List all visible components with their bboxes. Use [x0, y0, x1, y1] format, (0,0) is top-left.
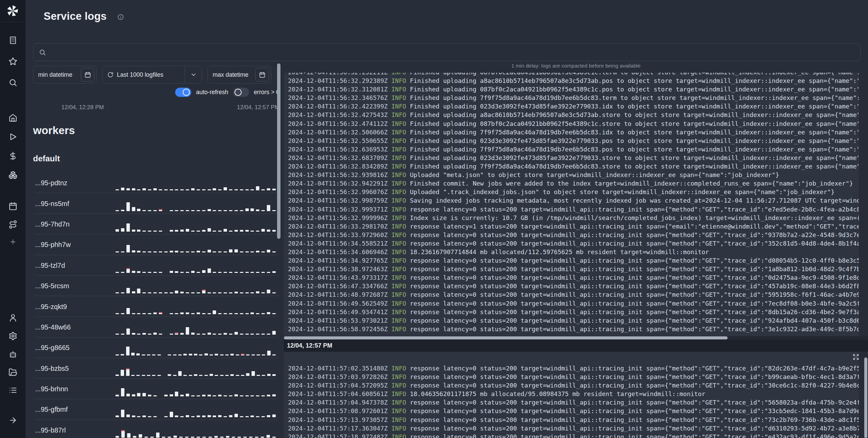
log-message: response latency=0 status=200 target=win… [410, 265, 868, 273]
home-icon[interactable] [9, 113, 17, 122]
sparkline-bar [224, 187, 227, 190]
sparkline-bar [183, 354, 187, 355]
worker-row[interactable]: ...95-phh7w [33, 234, 279, 255]
calendar-icon[interactable] [81, 68, 94, 82]
log-timestamp: 2024-12-04T11:56:32.998759Z [288, 197, 388, 204]
sparkline-bar [137, 289, 140, 293]
star-icon[interactable] [9, 57, 17, 66]
log-level: INFO [391, 129, 406, 136]
building-icon[interactable] [9, 36, 17, 45]
log-timestamp: 2024-12-04T11:57:18.972482Z [288, 433, 388, 438]
sparkline-bar [153, 210, 157, 211]
info-icon[interactable] [117, 14, 124, 20]
sparkline-bar [224, 210, 227, 211]
sparkline-bar [224, 251, 227, 252]
search-input[interactable] [50, 48, 855, 56]
horizontal-scrollbar-thumb[interactable] [284, 336, 728, 339]
sparkline-bar [175, 251, 178, 252]
worker-row[interactable]: ...95-brhnn [33, 379, 279, 399]
sparkline-bar [148, 292, 151, 293]
worker-row[interactable]: ...95-7hd7n [33, 214, 279, 234]
sparkline-bar [241, 375, 244, 376]
sparkline-bar [256, 291, 259, 293]
log-left-scrollbar-thumb[interactable] [277, 63, 280, 239]
log-level: INFO [391, 257, 406, 264]
sparkline-bar [224, 292, 227, 293]
max-datetime-button[interactable]: max datetime [208, 66, 271, 84]
worker-row[interactable]: ...95-pdtnz [33, 173, 279, 193]
list-icon[interactable] [9, 386, 17, 395]
sparkline-bar [148, 210, 151, 211]
sparkline-bar [156, 433, 159, 438]
log-level: INFO [391, 163, 406, 170]
sparkline-bar [245, 313, 249, 314]
sparkline-bar [229, 395, 232, 396]
auto-refresh-toggle[interactable] [175, 88, 191, 97]
log-timestamp: 2024-12-04T11:56:32.683709Z [288, 154, 388, 161]
log-line: 2024-12-04T11:56:32.999996Z INFO Index s… [288, 214, 868, 222]
worker-row[interactable]: ...95-tzl7d [33, 255, 279, 276]
sparkline-bar [213, 210, 216, 211]
sparkline-bar [204, 353, 208, 355]
sparkline-bar [249, 437, 253, 438]
log-timestamp: 2024-12-04T11:57:04.947378Z [288, 399, 388, 406]
delay-notice: 1 min delay: logs are compacted before b… [284, 61, 868, 72]
sparkline-bar [218, 189, 222, 190]
calendar-icon[interactable] [9, 202, 17, 211]
sparkline-bar [137, 393, 140, 396]
sparkline-bar [208, 313, 211, 314]
worker-row[interactable]: ...95-ns5mf [33, 193, 279, 214]
worker-row[interactable]: ...95-gfbmf [33, 399, 279, 420]
min-datetime-button[interactable]: min datetime [33, 66, 97, 84]
log-level: INFO [391, 325, 406, 333]
expand-icon[interactable] [853, 354, 859, 360]
errors-only-toggle[interactable] [233, 88, 249, 97]
worker-row[interactable]: ...95-b87rl [33, 420, 279, 438]
windmill-logo-icon[interactable] [6, 4, 19, 18]
log-level: INFO [391, 399, 406, 406]
sparkline-bar [132, 250, 135, 252]
sparkline-bar [132, 188, 135, 190]
sparkline-bar [250, 334, 254, 335]
boxes-icon[interactable] [9, 171, 17, 179]
dollar-icon[interactable] [9, 151, 17, 160]
sparkline-bar [261, 437, 264, 438]
logfiles-dropdown[interactable]: Last 1000 logfiles [102, 66, 202, 84]
sidebar [0, 0, 26, 438]
settings-icon[interactable] [9, 332, 17, 340]
sparkline-bar [175, 291, 178, 293]
sparkline-bar [175, 271, 178, 273]
sparkline-bar [229, 189, 232, 190]
worker-row[interactable]: ...95-zqkt9 [33, 296, 279, 317]
worker-row[interactable]: ...95-bzbs5 [33, 358, 279, 379]
worker-row[interactable]: ...95-48w66 [33, 317, 279, 337]
bot-icon[interactable] [9, 350, 17, 359]
calendar-icon[interactable] [255, 68, 269, 82]
sparkline-bar [240, 251, 243, 252]
search-icon[interactable] [9, 78, 17, 87]
sparkline-bar [213, 231, 216, 232]
arrow-right-icon[interactable] [9, 416, 17, 425]
route-icon[interactable] [9, 220, 17, 229]
log-line: 2024-12-04T11:57:03.972826Z INFO respons… [288, 373, 868, 381]
sparkline-bar [245, 416, 249, 417]
logfiles-chevron-button[interactable] [185, 66, 202, 83]
vertical-scrollbar-thumb[interactable] [864, 357, 867, 438]
plus-icon[interactable] [9, 238, 17, 246]
worker-row[interactable]: ...95-g8665 [33, 337, 279, 358]
sparkline-bar [164, 395, 168, 396]
play-icon[interactable] [9, 132, 17, 141]
sparkline-bar [137, 251, 140, 252]
worker-row[interactable]: ...95-5rcsm [33, 276, 279, 296]
sparkline-bar [240, 272, 243, 273]
sparkline-bar [218, 251, 222, 252]
sparkline-bar [209, 437, 212, 438]
log-message: response latency=0 status=200 target=win… [410, 206, 868, 213]
folder-open-icon[interactable] [9, 368, 17, 377]
sparkline-bar [152, 375, 155, 376]
log-line: 2024-12-04T11:56:33.298170Z INFO respons… [288, 222, 868, 231]
sparkline-bar [180, 333, 184, 335]
sparkline-bar [144, 437, 148, 438]
user-icon[interactable] [9, 313, 17, 322]
sparkline-bar [272, 313, 276, 314]
